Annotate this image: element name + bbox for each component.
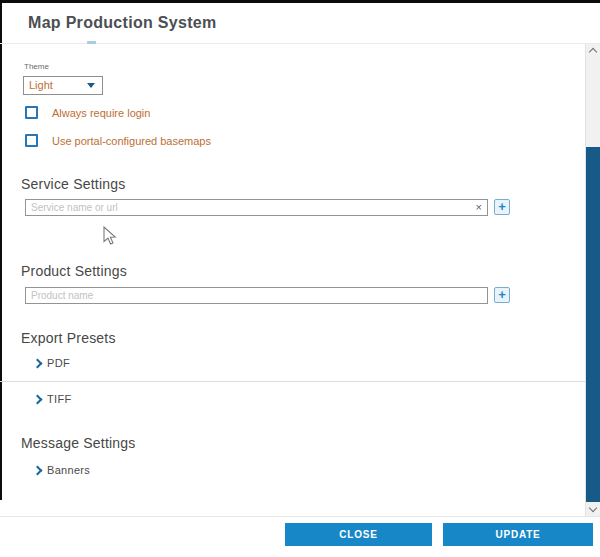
export-presets-heading: Export Presets [21, 330, 116, 346]
scroll-up-button[interactable] [586, 44, 600, 58]
chevron-right-icon [33, 466, 43, 476]
update-button[interactable]: UPDATE [443, 523, 593, 546]
scrolled-element-fragment [87, 41, 96, 44]
product-name-input[interactable] [25, 287, 488, 304]
add-product-button[interactable]: + [494, 287, 510, 303]
dialog-footer: CLOSE UPDATE [0, 516, 600, 557]
always-require-login-checkbox[interactable] [25, 106, 38, 119]
chevron-down-icon [87, 83, 95, 88]
expander-label: Banners [47, 464, 90, 476]
plus-icon: + [498, 287, 506, 302]
row-divider [0, 381, 585, 382]
dialog-title: Map Production System [28, 3, 217, 43]
service-input-wrap: × [25, 199, 488, 216]
chevron-right-icon [33, 395, 43, 405]
checkbox-label: Always require login [52, 107, 150, 119]
theme-selected-value: Light [29, 77, 53, 94]
chevron-down-icon [589, 504, 597, 512]
service-name-input[interactable] [25, 199, 488, 216]
mouse-cursor-icon [103, 226, 117, 246]
checkbox-label: Use portal-configured basemaps [52, 135, 211, 147]
product-input-wrap [25, 287, 488, 304]
scrollbar-thumb[interactable] [586, 147, 600, 502]
window-border-left [0, 0, 2, 500]
plus-icon: + [498, 199, 506, 214]
expander-label: TIFF [47, 393, 71, 405]
message-settings-heading: Message Settings [21, 435, 135, 451]
theme-label: Theme [24, 62, 49, 71]
clear-icon[interactable]: × [476, 200, 482, 215]
close-button[interactable]: CLOSE [285, 523, 432, 546]
chevron-right-icon [33, 359, 43, 369]
add-service-button[interactable]: + [494, 199, 510, 215]
scroll-down-button[interactable] [586, 502, 600, 516]
product-settings-heading: Product Settings [21, 263, 127, 279]
chevron-up-icon [589, 48, 597, 56]
expander-label: PDF [47, 357, 70, 369]
dialog-header: Map Production System [2, 3, 600, 43]
theme-select[interactable]: Light [23, 76, 103, 95]
portal-basemaps-checkbox[interactable] [25, 134, 38, 147]
vertical-scrollbar[interactable] [585, 44, 600, 516]
service-settings-heading: Service Settings [21, 176, 125, 192]
map-production-dialog: Map Production System Theme Light Always… [0, 0, 600, 557]
